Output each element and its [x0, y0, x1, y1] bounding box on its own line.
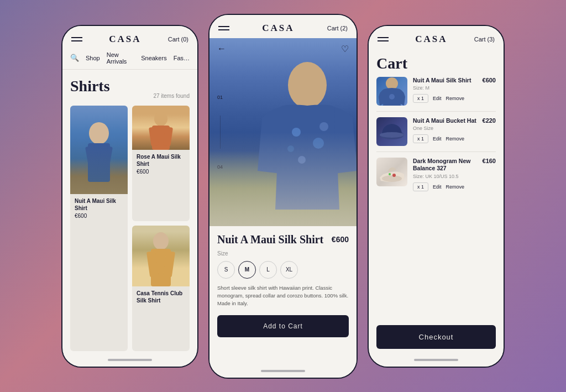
product-name-3: Casa Tennis Club Silk Shirt — [137, 290, 185, 304]
cart-item-details-1: Nuit A Maui Silk Shirt €600 Size: M x 1 … — [413, 77, 496, 103]
nav-more[interactable]: Fas… — [174, 55, 190, 61]
brand-name-1: CASA — [109, 34, 141, 45]
cart-item-size-3: Size: UK 10/US 10.5 — [413, 174, 496, 179]
add-to-cart-button[interactable]: Add to Cart — [217, 315, 349, 337]
detail-title-row: Nuit A Maui Silk Shirt €600 — [217, 233, 349, 246]
size-xl[interactable]: XL — [280, 261, 298, 279]
cart-item-size-1: Size: M — [413, 85, 496, 91]
cart-item-name-2: Nuit A Maui Bucket Hat — [413, 117, 476, 125]
checkout-button[interactable]: Checkout — [376, 325, 496, 349]
edit-link-2[interactable]: Edit — [433, 136, 442, 142]
cart-page-title: Cart — [369, 49, 504, 77]
nav-new-arrivals[interactable]: New Arrivals — [107, 51, 134, 65]
topbar-cart: CASA Cart (3) — [369, 26, 504, 49]
svg-point-12 — [288, 62, 327, 108]
listing-header: Shirts 27 items found — [62, 70, 197, 102]
svg-point-8 — [153, 232, 169, 250]
cart-item-2: Nuit A Maui Bucket Hat €220 One Size x 1… — [376, 117, 496, 152]
product-image-3 — [132, 226, 190, 286]
cart-label-2[interactable]: Cart (2) — [327, 25, 348, 32]
edit-link-3[interactable]: Edit — [433, 184, 442, 190]
qty-2[interactable]: x 1 — [413, 134, 428, 143]
size-options: S M L XL — [217, 261, 349, 279]
svg-point-18 — [386, 77, 398, 90]
category-nav: 🔍 Shop New Arrivals Sneakers Fas… — [62, 49, 197, 70]
nav-sneakers[interactable]: Sneakers — [141, 55, 166, 61]
topbar-detail: CASA Cart (2) — [209, 15, 357, 38]
cart-item-price-3: €160 — [483, 158, 496, 164]
product-card-3[interactable]: Casa Tennis Club Silk Shirt — [132, 226, 190, 351]
hero-nav: ← ♡ — [209, 44, 357, 54]
product-info-1: Nuit A Maui Silk Shirt €600 — [70, 194, 128, 222]
product-grid: Nuit A Maui Silk Shirt €600 Rose A Maui … — [62, 102, 197, 354]
product-price-2: €600 — [137, 169, 185, 175]
svg-point-17 — [319, 122, 328, 131]
cart-item-image-3 — [376, 158, 407, 186]
product-info-2: Rose A Maui Silk Shirt €600 — [132, 150, 190, 178]
cart-item-actions-1: x 1 Edit Remove — [413, 94, 496, 103]
phone-bottom-bar-3 — [369, 354, 504, 367]
cart-item-image-1 — [376, 77, 407, 106]
svg-point-0 — [89, 122, 109, 144]
product-name-2: Rose A Maui Silk Shirt — [137, 153, 185, 168]
size-m[interactable]: M — [238, 261, 256, 279]
cart-label-1[interactable]: Cart (0) — [168, 36, 188, 43]
nav-shop[interactable]: Shop — [86, 55, 100, 61]
cart-items-list: Nuit A Maui Silk Shirt €600 Size: M x 1 … — [369, 77, 504, 320]
phone-detail: CASA Cart (2) ← ♡ 01 04 Nuit A M — [208, 14, 358, 379]
wishlist-heart-icon[interactable]: ♡ — [341, 44, 349, 54]
shoe-thumbnail — [376, 158, 407, 186]
cart-item-price-1: €600 — [483, 77, 496, 83]
cart-item-name-1: Nuit A Maui Silk Shirt — [413, 77, 471, 85]
svg-point-24 — [389, 173, 391, 175]
hero-overlay — [209, 132, 357, 226]
size-s[interactable]: S — [217, 261, 235, 279]
menu-icon[interactable] — [71, 37, 82, 41]
product-name-1: Nuit A Maui Silk Shirt — [75, 197, 123, 212]
search-icon[interactable]: 🔍 — [70, 54, 79, 62]
svg-rect-1 — [88, 143, 110, 182]
product-card-2[interactable]: Rose A Maui Silk Shirt €600 — [132, 106, 190, 222]
hat-thumbnail — [376, 117, 407, 146]
svg-point-19 — [389, 94, 395, 100]
product-info-3: Casa Tennis Club Silk Shirt — [132, 286, 190, 307]
phone-bottom-bar-2 — [209, 365, 357, 378]
svg-point-22 — [382, 175, 402, 182]
edit-link-1[interactable]: Edit — [433, 96, 442, 101]
brand-name-3: CASA — [415, 34, 447, 45]
menu-icon-2[interactable] — [218, 26, 229, 30]
cart-item-name-3: Dark Monogram New Balance 327 — [413, 158, 483, 173]
product-price-1: €600 — [75, 213, 123, 219]
product-card-1[interactable]: Nuit A Maui Silk Shirt €600 — [70, 106, 128, 351]
slide-start: 01 — [217, 95, 223, 100]
shirt-thumbnail — [376, 77, 407, 106]
remove-link-2[interactable]: Remove — [446, 136, 465, 142]
remove-link-3[interactable]: Remove — [446, 184, 465, 190]
product-detail-price: €600 — [332, 235, 349, 244]
cart-item-actions-3: x 1 Edit Remove — [413, 182, 496, 191]
brand-name-2: CASA — [262, 23, 294, 34]
svg-rect-2 — [85, 145, 101, 174]
svg-rect-3 — [97, 145, 113, 174]
qty-1[interactable]: x 1 — [413, 94, 428, 103]
size-l[interactable]: L — [259, 261, 277, 279]
cart-label-3[interactable]: Cart (3) — [474, 36, 495, 43]
cart-item-price-2: €220 — [483, 117, 496, 124]
cart-item-details-2: Nuit A Maui Bucket Hat €220 One Size x 1… — [413, 117, 496, 144]
product-detail-name: Nuit A Maui Silk Shirt — [217, 233, 323, 246]
cart-item-details-3: Dark Monogram New Balance 327 €160 Size:… — [413, 158, 496, 191]
back-arrow-icon[interactable]: ← — [217, 44, 226, 54]
qty-3[interactable]: x 1 — [413, 182, 428, 191]
remove-link-1[interactable]: Remove — [446, 96, 465, 101]
product-detail-content: Nuit A Maui Silk Shirt €600 Size S M L X… — [209, 226, 357, 365]
cart-item-actions-2: x 1 Edit Remove — [413, 134, 496, 143]
product-image-2 — [132, 106, 190, 150]
phone-cart: CASA Cart (3) Cart Nuit A Maui Si — [368, 25, 505, 368]
menu-icon-3[interactable] — [378, 37, 389, 41]
phone-bottom-bar-1 — [62, 354, 197, 367]
size-label: Size — [217, 250, 349, 257]
svg-point-23 — [392, 174, 396, 177]
cart-item-size-2: One Size — [413, 126, 496, 131]
cart-item-3: Dark Monogram New Balance 327 €160 Size:… — [376, 158, 496, 197]
cart-item-image-2 — [376, 117, 407, 146]
